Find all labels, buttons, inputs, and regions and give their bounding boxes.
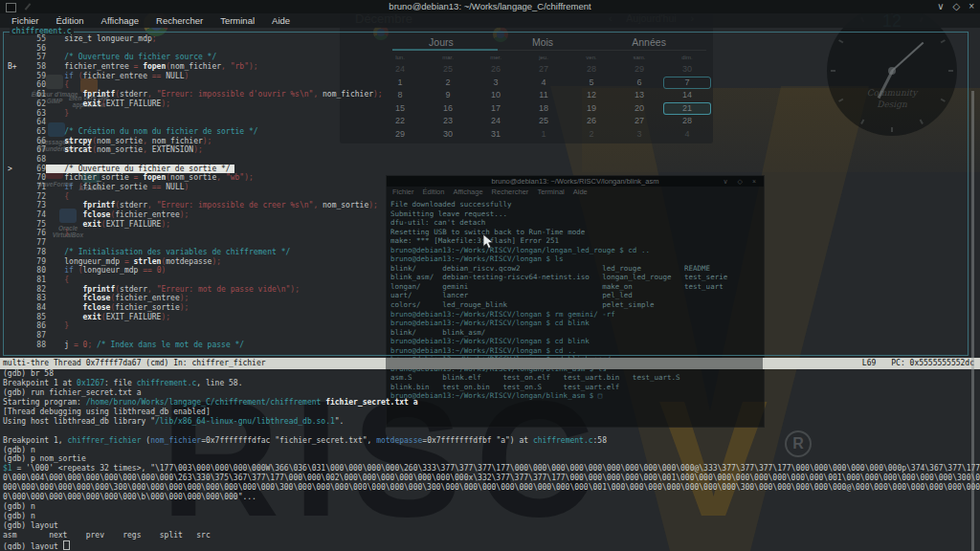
gdb-output-line: [Thread debugging using libthread_db ena… [3,408,980,417]
source-line: 75 exit(EXIT_FAILURE); [4,220,967,230]
terminal-scrollbar[interactable] [971,91,974,551]
source-code: /* Création du nom du fichier de sortie … [46,127,258,136]
gdb-output-line: $1 = '\000' <repeats 32 times>, "\177\00… [3,464,980,474]
source-code: } [46,229,69,237]
source-line: B+58 fichier_entree = fopen(nom_fichier,… [4,62,967,72]
source-line: 56 [4,44,967,54]
source-code: fprintf(stderr, "Erreur: impossible d'ou… [46,90,383,99]
line-number: 84 [27,303,46,313]
source-line: 60 { [4,80,967,90]
tui-border-right [968,32,969,356]
source-code: } [46,109,69,118]
line-number: 86 [27,321,46,331]
gdb-status-bar: multi-thre Thread 0x7ffff7da67 (cmd) In:… [0,358,980,369]
source-line: 82 fprintf(stderr, "Erreur: mot de passe… [4,285,967,295]
window-title: bruno@debian13: ~/Works/langage_C/chiffr… [0,0,980,13]
source-line: 68 [4,155,967,165]
source-code: strcat(nom_sortie, EXTENSION); [46,145,203,154]
source-code: longueur_mdp = strlen(motdepasse); [46,257,221,266]
desktop-screen: RISC V R Éditeur d'image GIMPLien vers u… [0,0,980,551]
gdb-output-line: Using host libthread_db library "/lib/x8… [3,417,980,427]
source-line: 55 size_t longueur_mdp; [4,34,967,44]
line-number: 80 [27,266,46,276]
line-number: 63 [27,109,46,119]
gdb-output-line: 000\000\000\000\000\000\300\000\000\000\… [3,483,980,493]
gdb-output-line: 0\000\004\000\000\000\000\000\000\000\26… [3,474,980,483]
gdb-output-line: (gdb) br 58 [3,369,980,379]
line-number: 73 [27,201,46,210]
line-number: 64 [27,118,46,127]
source-line: 87 [4,331,967,341]
menu-item-édition[interactable]: Édition [50,13,91,28]
menu-item-fichier[interactable]: Fichier [5,13,46,28]
source-line: >69 /* Ouverture du fichier de sortie */ [4,165,967,174]
line-number: 82 [27,285,46,295]
source-code: size_t longueur_mdp; [46,34,157,43]
source-code: exit(EXIT_FAILURE); [46,99,170,108]
source-code: j = 0; /* Index dans le mot de passe */ [46,341,244,349]
source-line: 85 exit(EXIT_FAILURE); [4,313,967,322]
source-code: /* Initialisation des variables de chiff… [46,248,290,256]
source-line: 80 if (longueur_mdp == 0) [4,266,967,276]
gdb-output-line: asm next prev regs split src [3,531,980,540]
source-code-panel: 55 size_t longueur_mdp;5657 /* Ouverture… [4,34,967,355]
line-number: 56 [27,44,46,54]
source-code: fichier_sortie = fopen(nom_sortie, "wb")… [46,173,254,182]
line-number: 81 [27,276,46,285]
line-number: 75 [27,220,46,230]
source-line: 88 j = 0; /* Index dans le mot de passe … [4,341,967,350]
line-number: 55 [27,34,46,44]
line-number: 74 [27,210,46,220]
menu-item-aide[interactable]: Aide [265,13,297,28]
gdb-console[interactable]: (gdb) br 58Breakpoint 1 at 0x1267: file … [0,369,980,551]
source-code: if (fichier_sortie == NULL) [46,183,189,191]
menu-item-rechercher[interactable]: Rechercher [149,13,210,28]
current-source-line: /* Ouverture du fichier de sortie */ [46,165,234,173]
source-code: fclose(fichier_entree); [46,294,189,302]
source-code: /* Ouverture du fichier source */ [46,53,216,61]
close-button[interactable]: × [969,0,974,13]
gdb-output-line: (gdb) layout [3,521,980,531]
source-code: fclose(fichier_entree); [46,210,189,219]
gdb-output-line: (gdb) n [3,446,980,455]
source-code: fprintf(stderr, "Erreur: mot de passe vi… [46,285,300,294]
gdb-output-line: (gdb) run fichier_secret.txt a [3,388,980,398]
line-number: 65 [27,127,46,137]
terminal-titlebar[interactable]: bruno@debian13: ~/Works/langage_C/chiffr… [0,0,980,13]
gdb-output-line: (gdb) layout [3,540,980,550]
line-number: 70 [27,173,46,183]
source-code: fprintf(stderr, "Erreur: impossible de c… [46,201,378,209]
source-code: { [46,276,69,284]
source-code: { [46,80,69,89]
tui-border-bottom [3,355,968,356]
minimize-button[interactable]: ∨ [937,0,944,13]
line-number: 59 [27,72,46,81]
source-line: 70 fichier_sortie = fopen(nom_sortie, "w… [4,173,967,183]
breakpoint-margin: > [4,165,27,174]
source-line: 73 fprintf(stderr, "Erreur: impossible d… [4,201,967,210]
line-number: 71 [27,183,46,192]
line-number: 76 [27,229,46,238]
source-code: fichier_entree = fopen(nom_fichier, "rb"… [46,62,258,71]
line-number: 78 [27,248,46,257]
source-code: if (longueur_mdp == 0) [46,266,166,275]
source-line: 62 exit(EXIT_FAILURE); [4,99,967,109]
source-code: } [46,321,69,330]
line-number: 69 [27,165,46,174]
gdb-output-line [3,427,980,436]
menu-item-terminal[interactable]: Terminal [213,13,261,28]
source-line: 66 strcpy(nom_sortie, nom_fichier); [4,137,967,146]
terminal-menubar: FichierÉditionAffichageRechercherTermina… [0,13,980,28]
line-number: 60 [27,80,46,90]
line-number: 77 [27,238,46,248]
menu-item-affichage[interactable]: Affichage [95,13,145,28]
source-line: 59 if (fichier_entree == NULL) [4,72,967,81]
line-number: 83 [27,294,46,303]
line-number: 62 [27,99,46,109]
line-number: 72 [27,192,46,202]
gdb-output-line: Breakpoint 1, chiffrer_fichier (nom_fich… [3,436,980,446]
maximize-button[interactable]: ◇ [952,0,960,13]
gdb-output-line: Breakpoint 1 at 0x1267: file chiffrement… [3,379,980,388]
source-line: 81 { [4,276,967,285]
source-line: 79 longueur_mdp = strlen(motdepasse); [4,257,967,267]
